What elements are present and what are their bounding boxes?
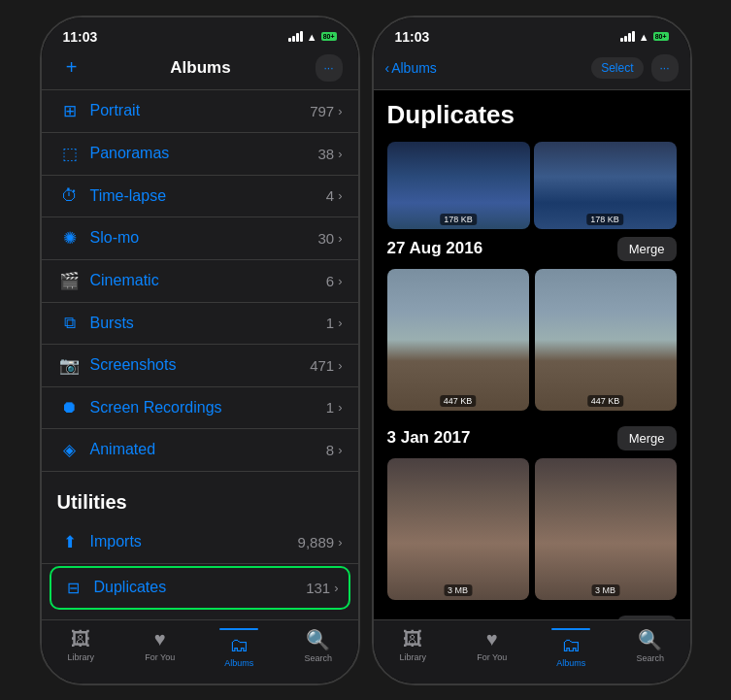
library-label-right: Library [399, 652, 426, 662]
tab-library-right[interactable]: 🖼 Library [374, 628, 453, 668]
right-nav-bar: ‹ Albums Select ··· [374, 49, 690, 90]
group-jan-header: 3 Jan 2017 Merge [387, 426, 677, 450]
left-albums-list: ⊞ Portrait 797 › ⬚ Panoramas 38 › ⏱ Time… [42, 90, 358, 472]
ellipsis-icon: ··· [323, 61, 333, 75]
album-item-3[interactable]: ✺ Slo-mo 30 › [42, 217, 358, 260]
left-status-time: 11:03 [63, 29, 98, 45]
search-label-left: Search [304, 653, 332, 663]
jan-photo-2-size: 3 MB [591, 584, 619, 596]
duplicates-count: 131 [306, 580, 330, 596]
duplicates-chevron: › [334, 581, 338, 595]
jan-photo-2[interactable]: 3 MB [535, 458, 677, 600]
right-content: Duplicates 178 KB 178 KB 27 Aug 2016 [374, 90, 690, 619]
imports-item[interactable]: ⬆ Imports 9,889 › [42, 521, 358, 564]
select-button[interactable]: Select [591, 57, 643, 79]
right-more-options-button[interactable]: ··· [651, 54, 679, 82]
album-item-6[interactable]: 📷 Screenshots 471 › [42, 345, 358, 387]
search-icon-left: 🔍 [306, 628, 330, 651]
album-count-2: 4 [326, 187, 334, 204]
album-chevron-1: › [338, 147, 342, 161]
album-count-0: 797 [310, 103, 334, 119]
battery-badge: 80+ [321, 32, 337, 41]
album-item-2[interactable]: ⏱ Time-lapse 4 › [42, 176, 358, 217]
album-chevron-4: › [338, 274, 342, 288]
group-aug-2016: 27 Aug 2016 Merge 447 KB [374, 237, 690, 426]
imports-label: Imports [90, 533, 298, 550]
for-you-label-right: For You [477, 652, 507, 662]
album-item-7[interactable]: ⏺ Screen Recordings 1 › [42, 387, 358, 429]
right-status-icons: ▲ 80+ [620, 31, 669, 43]
for-you-label-left: For You [145, 652, 175, 662]
tab-albums-right[interactable]: 🗂 Albums [532, 628, 612, 668]
utilities-section-header: Utilities [42, 472, 358, 521]
album-count-8: 8 [326, 442, 334, 458]
album-chevron-6: › [338, 358, 342, 373]
merge-aug-button[interactable]: Merge [617, 237, 677, 261]
imports-count: 9,889 [298, 534, 335, 550]
back-chevron-icon: ‹ [385, 60, 390, 76]
tab-search-right[interactable]: 🔍 Search [611, 628, 690, 668]
album-item-0[interactable]: ⊞ Portrait 797 › [42, 90, 358, 133]
more-options-button[interactable]: ··· [316, 54, 343, 82]
duplicates-item[interactable]: ⊟ Duplicates 131 › [50, 566, 350, 610]
album-count-1: 38 [317, 146, 334, 162]
tab-search-left[interactable]: 🔍 Search [279, 628, 358, 668]
search-label-right: Search [636, 653, 664, 663]
album-item-8[interactable]: ◈ Animated 8 › [42, 429, 358, 472]
wifi-icon: ▲ [307, 31, 317, 43]
album-name-2: Time-lapse [90, 187, 326, 205]
recently-deleted-item[interactable]: 🗑 Recently Deleted 🔒 › [42, 612, 358, 619]
left-tab-bar: 🖼 Library ♥ For You 🗂 Albums 🔍 Search [42, 619, 358, 683]
merge-jan-button[interactable]: Merge [617, 426, 677, 450]
album-item-4[interactable]: 🎬 Cinematic 6 › [42, 260, 358, 303]
right-ellipsis-icon: ··· [659, 61, 669, 75]
left-nav-bar: + Albums ··· [42, 49, 358, 90]
right-tab-bar: 🖼 Library ♥ For You 🗂 Albums 🔍 Search [374, 619, 690, 683]
top-photos-row: 178 KB 178 KB [374, 142, 690, 237]
album-chevron-7: › [338, 400, 342, 415]
album-count-3: 30 [317, 230, 334, 247]
right-status-time: 11:03 [395, 29, 430, 45]
group-aug-header: 27 Aug 2016 Merge [387, 237, 677, 261]
signal-icon [288, 31, 303, 42]
album-chevron-2: › [338, 188, 342, 203]
album-name-1: Panoramas [90, 145, 318, 162]
top-photo-1-size: 178 KB [440, 214, 477, 225]
add-album-button[interactable]: + [57, 56, 86, 79]
album-item-1[interactable]: ⬚ Panoramas 38 › [42, 133, 358, 176]
album-icon-4: 🎬 [57, 271, 83, 291]
aug-photo-1-size: 447 KB [440, 395, 477, 407]
tab-albums-left[interactable]: 🗂 Albums [200, 628, 280, 668]
album-name-6: Screenshots [90, 356, 311, 374]
group-aug-photos: 447 KB 447 KB [387, 269, 677, 411]
back-button[interactable]: ‹ Albums [385, 60, 437, 76]
aug-photo-2-size: 447 KB [587, 395, 624, 407]
left-nav-title: Albums [86, 58, 316, 78]
page-title: Duplicates [374, 90, 690, 138]
album-item-5[interactable]: ⧉ Bursts 1 › [42, 303, 358, 345]
jan-photo-1[interactable]: 3 MB [387, 458, 529, 600]
right-wifi-icon: ▲ [639, 31, 649, 43]
right-status-bar: 11:03 ▲ 80+ [374, 17, 690, 49]
album-count-4: 6 [326, 273, 334, 289]
group-aug-date: 27 Aug 2016 [387, 239, 483, 258]
album-count-7: 1 [326, 399, 334, 416]
for-you-icon-right: ♥ [486, 628, 498, 650]
albums-icon-right: 🗂 [561, 634, 581, 656]
aug-photo-1[interactable]: 447 KB [387, 269, 529, 411]
album-icon-1: ⬚ [57, 144, 83, 164]
album-icon-0: ⊞ [57, 101, 83, 121]
album-count-6: 471 [310, 357, 334, 374]
top-photo-2-size: 178 KB [586, 214, 623, 225]
albums-icon-left: 🗂 [229, 634, 249, 656]
top-photo-2: 178 KB [534, 142, 677, 229]
left-content: ⊞ Portrait 797 › ⬚ Panoramas 38 › ⏱ Time… [42, 90, 358, 619]
jan-photo-1-size: 3 MB [444, 584, 472, 596]
album-name-4: Cinematic [90, 272, 326, 289]
aug-photo-2[interactable]: 447 KB [535, 269, 677, 411]
tab-for-you-right[interactable]: ♥ For You [452, 628, 532, 668]
album-chevron-8: › [338, 443, 342, 457]
tab-library-left[interactable]: 🖼 Library [42, 628, 121, 668]
tab-for-you-left[interactable]: ♥ For You [120, 628, 200, 668]
duplicates-icon: ⊟ [61, 579, 86, 597]
